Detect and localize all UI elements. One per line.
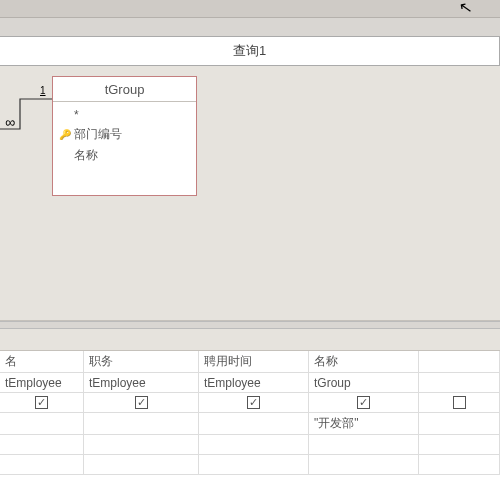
grid-cell[interactable]: 名 [0,351,84,372]
grid-cell[interactable] [419,435,500,454]
grid-cell[interactable] [84,435,199,454]
grid-cell[interactable]: 名称 [309,351,419,372]
query-tab-bar: 查询1 [0,36,500,66]
query-design-surface[interactable]: 1 ∞ tGroup * 🔑 部门编号 名称 [0,66,500,321]
grid-row-extra [0,455,500,475]
grid-header-strip [0,329,500,351]
grid-row-criteria: "开发部" [0,413,500,435]
grid-cell[interactable] [419,393,500,412]
show-checkbox[interactable]: ✓ [135,396,148,409]
tab-label: 查询1 [233,42,266,60]
relationship-line: 1 ∞ [0,84,52,144]
grid-cell[interactable]: "开发部" [309,413,419,434]
grid-cell[interactable] [199,455,309,474]
window-chrome-strip: ↖ [0,0,500,18]
relation-one-label: 1 [40,85,46,96]
grid-row-or [0,435,500,455]
grid-cell[interactable] [84,413,199,434]
pane-splitter[interactable] [0,321,500,329]
grid-cell[interactable] [0,455,84,474]
grid-row-table: tEmployee tEmployee tEmployee tGroup [0,373,500,393]
field-row-star[interactable]: * [59,106,190,124]
grid-cell[interactable] [309,455,419,474]
grid-cell[interactable] [419,351,500,372]
grid-cell[interactable] [419,455,500,474]
grid-cell[interactable] [309,435,419,454]
grid-row-field: 名 职务 聘用时间 名称 [0,351,500,373]
field-label: 部门编号 [74,126,122,143]
grid-cell[interactable]: 聘用时间 [199,351,309,372]
grid-cell[interactable]: tEmployee [0,373,84,392]
field-label: 名称 [74,147,98,164]
show-checkbox[interactable]: ✓ [357,396,370,409]
grid-cell[interactable] [419,373,500,392]
qbe-grid: 名 职务 聘用时间 名称 tEmployee tEmployee tEmploy… [0,351,500,500]
field-row-pk[interactable]: 🔑 部门编号 [59,124,190,145]
grid-cell[interactable]: ✓ [0,393,84,412]
table-tgroup[interactable]: tGroup * 🔑 部门编号 名称 [52,76,197,196]
show-checkbox[interactable]: ✓ [247,396,260,409]
grid-cell[interactable]: tGroup [309,373,419,392]
table-title: tGroup [53,77,196,102]
show-checkbox[interactable] [453,396,466,409]
show-checkbox[interactable]: ✓ [35,396,48,409]
grid-cell[interactable] [199,413,309,434]
grid-cell[interactable] [0,413,84,434]
key-icon: 🔑 [59,129,69,140]
grid-cell[interactable] [84,455,199,474]
tab-query1[interactable]: 查询1 [0,37,499,65]
grid-cell[interactable]: tEmployee [84,373,199,392]
grid-cell[interactable] [419,413,500,434]
table-field-list: * 🔑 部门编号 名称 [53,102,196,170]
field-label: * [74,108,79,122]
grid-cell[interactable] [199,435,309,454]
grid-cell[interactable]: 职务 [84,351,199,372]
grid-row-show: ✓ ✓ ✓ ✓ [0,393,500,413]
grid-cell[interactable]: tEmployee [199,373,309,392]
field-row-name[interactable]: 名称 [59,145,190,166]
grid-cell[interactable]: ✓ [309,393,419,412]
relation-many-label: ∞ [5,114,15,130]
mouse-cursor-icon: ↖ [457,0,473,18]
grid-cell[interactable] [0,435,84,454]
grid-cell[interactable]: ✓ [199,393,309,412]
grid-cell[interactable]: ✓ [84,393,199,412]
